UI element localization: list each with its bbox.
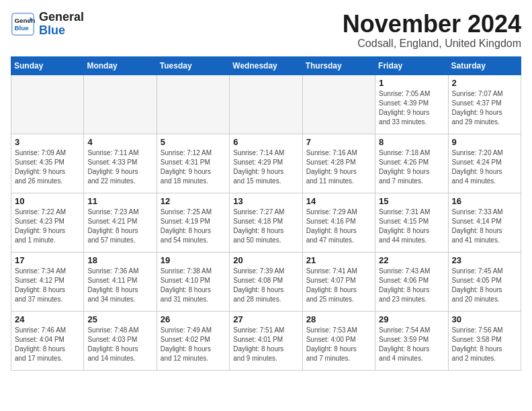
day-number: 13 bbox=[233, 196, 298, 206]
col-thursday: Thursday bbox=[302, 56, 375, 75]
day-number: 19 bbox=[161, 255, 226, 265]
logo-icon: General Blue bbox=[11, 12, 35, 36]
col-tuesday: Tuesday bbox=[157, 56, 229, 75]
col-saturday: Saturday bbox=[448, 56, 521, 75]
cell-info: Sunrise: 7:23 AMSunset: 4:21 PMDaylight:… bbox=[87, 208, 152, 245]
day-number: 16 bbox=[452, 196, 517, 206]
week-row-1: 1Sunrise: 7:05 AMSunset: 4:39 PMDaylight… bbox=[11, 75, 521, 134]
calendar-table: Sunday Monday Tuesday Wednesday Thursday… bbox=[11, 56, 521, 371]
col-wednesday: Wednesday bbox=[230, 56, 302, 75]
cell-info: Sunrise: 7:33 AMSunset: 4:14 PMDaylight:… bbox=[452, 208, 517, 245]
cell-w4-d3: 20Sunrise: 7:39 AMSunset: 4:08 PMDayligh… bbox=[230, 252, 302, 311]
cell-info: Sunrise: 7:27 AMSunset: 4:18 PMDaylight:… bbox=[233, 208, 298, 245]
cell-w2-d0: 3Sunrise: 7:09 AMSunset: 4:35 PMDaylight… bbox=[11, 134, 84, 193]
cell-w5-d6: 30Sunrise: 7:56 AMSunset: 3:58 PMDayligh… bbox=[448, 311, 521, 370]
day-number: 28 bbox=[306, 314, 371, 324]
cell-info: Sunrise: 7:09 AMSunset: 4:35 PMDaylight:… bbox=[15, 148, 80, 186]
cell-w1-d0 bbox=[11, 75, 84, 134]
cell-w3-d0: 10Sunrise: 7:22 AMSunset: 4:23 PMDayligh… bbox=[11, 193, 84, 252]
cell-info: Sunrise: 7:16 AMSunset: 4:28 PMDaylight:… bbox=[306, 148, 371, 186]
day-number: 14 bbox=[306, 196, 371, 206]
cell-info: Sunrise: 7:54 AMSunset: 3:59 PMDaylight:… bbox=[379, 326, 444, 363]
day-number: 22 bbox=[379, 255, 444, 265]
cell-w5-d2: 26Sunrise: 7:49 AMSunset: 4:02 PMDayligh… bbox=[157, 311, 229, 370]
cell-w2-d4: 7Sunrise: 7:16 AMSunset: 4:28 PMDaylight… bbox=[302, 134, 375, 193]
cell-info: Sunrise: 7:38 AMSunset: 4:10 PMDaylight:… bbox=[161, 267, 226, 304]
cell-info: Sunrise: 7:31 AMSunset: 4:15 PMDaylight:… bbox=[379, 208, 444, 245]
cell-w3-d1: 11Sunrise: 7:23 AMSunset: 4:21 PMDayligh… bbox=[84, 193, 157, 252]
cell-w4-d5: 22Sunrise: 7:43 AMSunset: 4:06 PMDayligh… bbox=[375, 252, 448, 311]
day-number: 2 bbox=[452, 78, 517, 88]
cell-w2-d3: 6Sunrise: 7:14 AMSunset: 4:29 PMDaylight… bbox=[230, 134, 302, 193]
day-number: 26 bbox=[161, 314, 226, 324]
cell-info: Sunrise: 7:11 AMSunset: 4:33 PMDaylight:… bbox=[87, 148, 152, 186]
day-number: 12 bbox=[161, 196, 226, 206]
week-row-3: 10Sunrise: 7:22 AMSunset: 4:23 PMDayligh… bbox=[11, 193, 521, 252]
cell-info: Sunrise: 7:45 AMSunset: 4:05 PMDaylight:… bbox=[452, 267, 517, 304]
cell-info: Sunrise: 7:07 AMSunset: 4:37 PMDaylight:… bbox=[452, 89, 517, 127]
day-number: 17 bbox=[15, 255, 80, 265]
cell-w5-d1: 25Sunrise: 7:48 AMSunset: 4:03 PMDayligh… bbox=[84, 311, 157, 370]
col-friday: Friday bbox=[375, 56, 448, 75]
day-number: 30 bbox=[452, 314, 517, 324]
cell-w3-d6: 16Sunrise: 7:33 AMSunset: 4:14 PMDayligh… bbox=[448, 193, 521, 252]
cell-info: Sunrise: 7:53 AMSunset: 4:00 PMDaylight:… bbox=[306, 326, 371, 363]
day-number: 5 bbox=[161, 137, 226, 147]
day-number: 3 bbox=[15, 137, 80, 147]
cell-w1-d2 bbox=[157, 75, 229, 134]
cell-info: Sunrise: 7:25 AMSunset: 4:19 PMDaylight:… bbox=[161, 208, 226, 245]
week-row-4: 17Sunrise: 7:34 AMSunset: 4:12 PMDayligh… bbox=[11, 252, 521, 311]
day-number: 18 bbox=[87, 255, 152, 265]
week-row-2: 3Sunrise: 7:09 AMSunset: 4:35 PMDaylight… bbox=[11, 134, 521, 193]
cell-w3-d4: 14Sunrise: 7:29 AMSunset: 4:16 PMDayligh… bbox=[302, 193, 375, 252]
day-number: 27 bbox=[233, 314, 298, 324]
cell-w5-d5: 29Sunrise: 7:54 AMSunset: 3:59 PMDayligh… bbox=[375, 311, 448, 370]
col-monday: Monday bbox=[84, 56, 157, 75]
day-number: 7 bbox=[306, 137, 371, 147]
cell-w2-d2: 5Sunrise: 7:12 AMSunset: 4:31 PMDaylight… bbox=[157, 134, 229, 193]
cell-info: Sunrise: 7:43 AMSunset: 4:06 PMDaylight:… bbox=[379, 267, 444, 304]
cell-w3-d3: 13Sunrise: 7:27 AMSunset: 4:18 PMDayligh… bbox=[230, 193, 302, 252]
cell-info: Sunrise: 7:05 AMSunset: 4:39 PMDaylight:… bbox=[379, 89, 444, 127]
svg-text:General: General bbox=[14, 17, 35, 24]
cell-info: Sunrise: 7:20 AMSunset: 4:24 PMDaylight:… bbox=[452, 148, 517, 186]
cell-w2-d5: 8Sunrise: 7:18 AMSunset: 4:26 PMDaylight… bbox=[375, 134, 448, 193]
cell-info: Sunrise: 7:41 AMSunset: 4:07 PMDaylight:… bbox=[306, 267, 371, 304]
cell-w3-d2: 12Sunrise: 7:25 AMSunset: 4:19 PMDayligh… bbox=[157, 193, 229, 252]
cell-w3-d5: 15Sunrise: 7:31 AMSunset: 4:15 PMDayligh… bbox=[375, 193, 448, 252]
col-sunday: Sunday bbox=[11, 56, 84, 75]
cell-w2-d1: 4Sunrise: 7:11 AMSunset: 4:33 PMDaylight… bbox=[84, 134, 157, 193]
cell-w1-d6: 2Sunrise: 7:07 AMSunset: 4:37 PMDaylight… bbox=[448, 75, 521, 134]
cell-w1-d4 bbox=[302, 75, 375, 134]
day-number: 25 bbox=[87, 314, 152, 324]
cell-w4-d4: 21Sunrise: 7:41 AMSunset: 4:07 PMDayligh… bbox=[302, 252, 375, 311]
cell-info: Sunrise: 7:46 AMSunset: 4:04 PMDaylight:… bbox=[15, 326, 80, 363]
svg-text:Blue: Blue bbox=[14, 24, 29, 32]
cell-w1-d1 bbox=[84, 75, 157, 134]
day-number: 15 bbox=[379, 196, 444, 206]
cell-info: Sunrise: 7:56 AMSunset: 3:58 PMDaylight:… bbox=[452, 326, 517, 363]
cell-w5-d4: 28Sunrise: 7:53 AMSunset: 4:00 PMDayligh… bbox=[302, 311, 375, 370]
cell-w4-d6: 23Sunrise: 7:45 AMSunset: 4:05 PMDayligh… bbox=[448, 252, 521, 311]
day-number: 20 bbox=[233, 255, 298, 265]
page: General Blue General Blue November 2024 … bbox=[0, 0, 532, 376]
day-number: 8 bbox=[379, 137, 444, 147]
day-number: 9 bbox=[452, 137, 517, 147]
day-number: 10 bbox=[15, 196, 80, 206]
day-number: 6 bbox=[233, 137, 298, 147]
week-row-5: 24Sunrise: 7:46 AMSunset: 4:04 PMDayligh… bbox=[11, 311, 521, 370]
cell-info: Sunrise: 7:49 AMSunset: 4:02 PMDaylight:… bbox=[161, 326, 226, 363]
title-area: November 2024 Codsall, England, United K… bbox=[343, 11, 521, 50]
cell-w5-d0: 24Sunrise: 7:46 AMSunset: 4:04 PMDayligh… bbox=[11, 311, 84, 370]
cell-w1-d3 bbox=[230, 75, 302, 134]
cell-info: Sunrise: 7:18 AMSunset: 4:26 PMDaylight:… bbox=[379, 148, 444, 186]
location: Codsall, England, United Kingdom bbox=[343, 38, 521, 50]
logo: General Blue General Blue bbox=[11, 11, 84, 38]
day-number: 29 bbox=[379, 314, 444, 324]
cell-info: Sunrise: 7:51 AMSunset: 4:01 PMDaylight:… bbox=[233, 326, 298, 363]
logo-text: General Blue bbox=[39, 11, 84, 38]
cell-w4-d1: 18Sunrise: 7:36 AMSunset: 4:11 PMDayligh… bbox=[84, 252, 157, 311]
cell-info: Sunrise: 7:22 AMSunset: 4:23 PMDaylight:… bbox=[15, 208, 80, 245]
day-number: 21 bbox=[306, 255, 371, 265]
day-number: 24 bbox=[15, 314, 80, 324]
